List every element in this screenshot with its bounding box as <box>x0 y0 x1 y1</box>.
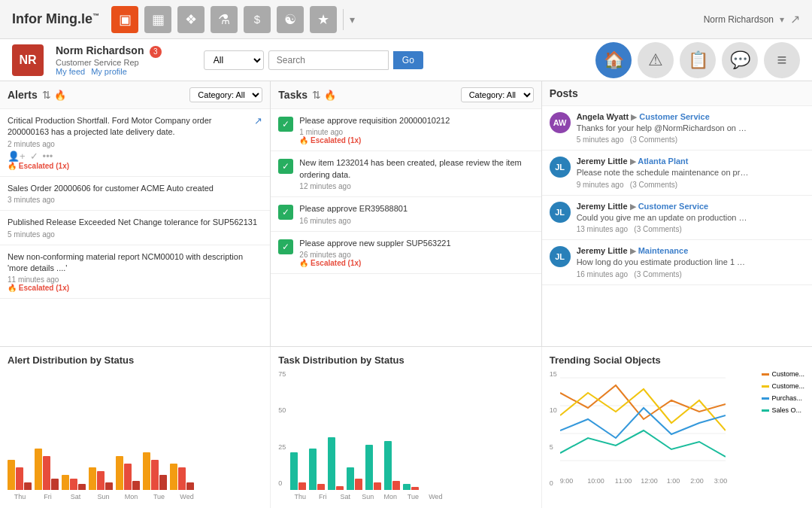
top-nav-username[interactable]: Norm Richardson <box>704 14 774 25</box>
post-text: Thanks for your help @NormRichardson on … <box>577 123 750 134</box>
task-check-icon: ✓ <box>278 239 293 254</box>
avatar: NR <box>12 44 44 76</box>
legend-label: Sales O... <box>771 406 801 414</box>
post-item[interactable]: JL Jeremy Little ▶ Customer Service Coul… <box>542 196 812 240</box>
bar-group <box>143 452 167 490</box>
legend-item: Custome... <box>762 382 804 390</box>
nav-icon-app1[interactable]: ▣ <box>111 6 138 33</box>
task-time: 1 minute ago <box>299 128 533 136</box>
y-axis: 75 50 25 0 <box>278 370 289 500</box>
check-icon[interactable]: ✓ <box>30 151 38 162</box>
top-nav-left: Infor Ming.le™ ▣ ▦ ❖ ⚗ $ ☯ ★ ▾ <box>12 6 355 33</box>
external-link-icon[interactable]: ↗ <box>254 115 262 126</box>
chart-label: Thu <box>290 493 310 500</box>
y-axis: 15 10 5 0 <box>550 370 560 500</box>
bar <box>35 449 42 490</box>
y-label: 5 <box>550 443 557 451</box>
tasks-category-select[interactable]: Category: All <box>461 87 534 102</box>
bar <box>309 449 317 490</box>
nav-icon-app7[interactable]: ★ <box>310 6 337 33</box>
task-item[interactable]: ✓ Please approve requisition 20000010212… <box>271 109 541 151</box>
sort-icon[interactable]: ⇅ <box>42 89 51 101</box>
user-name: Norm Richardson <box>56 44 144 56</box>
task-text: Please approve requisition 20000010212 <box>299 115 533 126</box>
search-input[interactable] <box>268 50 389 70</box>
task-text: Please approve ER39588801 <box>299 203 533 214</box>
sort-icon[interactable]: ⇅ <box>312 89 321 101</box>
bar <box>170 464 177 490</box>
filter-fire-icon[interactable]: 🔥 <box>324 90 336 101</box>
tasks-title: Tasks <box>278 89 308 101</box>
post-item[interactable]: JL Jeremy Little ▶ Atlanta Plant Please … <box>542 151 812 195</box>
task-item[interactable]: ✓ Please approve new suppler SUP563221 2… <box>271 232 541 274</box>
task-body: Please approve requisition 20000010212 1… <box>299 115 533 144</box>
more-icon[interactable]: ••• <box>43 151 53 162</box>
bar-group <box>290 452 306 490</box>
y-label: 25 <box>278 443 286 451</box>
share-icon[interactable]: ↗ <box>790 12 800 26</box>
post-meta: 16 minutes ago (3 Comments) <box>577 270 804 278</box>
post-item[interactable]: JL Jeremy Little ▶ Maintenance How long … <box>542 240 812 284</box>
task-bars-container: Thu Fri Sat Sun Mon Tue Wed <box>290 370 533 500</box>
task-item[interactable]: ✓ Please approve ER39588801 16 minutes a… <box>271 197 541 231</box>
bar-group <box>365 445 381 490</box>
bar-group <box>8 460 32 490</box>
alert-item[interactable]: Published Release Exceeded Net Change to… <box>0 211 270 245</box>
alert-item[interactable]: New non-conforming material report NCM00… <box>0 245 270 300</box>
top-nav-chevron-icon[interactable]: ▾ <box>780 14 784 25</box>
alert-escalated: 🔥 Escalated (1x) <box>8 284 262 292</box>
chart-label: Wed <box>174 493 199 500</box>
post-item[interactable]: AW Angela Wyatt ▶ Customer Service Thank… <box>542 106 812 151</box>
task-check-icon: ✓ <box>278 159 293 174</box>
alerts-category-select[interactable]: Category: All <box>189 87 262 102</box>
more-nav-icon[interactable]: ≡ <box>764 42 800 78</box>
task-check-icon: ✓ <box>278 205 293 220</box>
brand-sup: ™ <box>92 12 99 20</box>
chart-label: Sun <box>91 493 116 500</box>
bar <box>317 484 325 490</box>
post-body: Jeremy Little ▶ Customer Service Could y… <box>577 202 804 233</box>
post-header: Angela Wyatt ▶ Customer Service <box>577 112 804 122</box>
search-button[interactable]: Go <box>393 51 423 69</box>
user-role: Customer Service Rep <box>56 58 162 67</box>
chart-label: Sat <box>335 493 355 500</box>
alert-text: Published Release Exceeded Net Change to… <box>8 217 262 228</box>
alerts-header: Alerts ⇅ 🔥 Category: All <box>0 81 270 109</box>
alert-nav-icon[interactable]: ⚠ <box>638 42 674 78</box>
bar <box>43 456 50 490</box>
nav-icon-app4[interactable]: ⚗ <box>211 6 238 33</box>
nav-icon-app6[interactable]: ☯ <box>277 6 304 33</box>
nav-icon-app3[interactable]: ❖ <box>177 6 205 33</box>
charts-row: Alert Distribution by Status <box>0 346 812 508</box>
alert-item[interactable]: Critical Production Shortfall. Ford Moto… <box>0 109 270 177</box>
y-label: 50 <box>278 406 286 414</box>
main-area: Alerts ⇅ 🔥 Category: All Critical Produc… <box>0 81 812 508</box>
y-label: 0 <box>550 479 557 487</box>
alert-time: 3 minutes ago <box>8 196 262 204</box>
my-profile-link[interactable]: My profile <box>91 67 127 76</box>
task-item[interactable]: ✓ New item 1232014 has been created, ple… <box>271 151 541 197</box>
search-filter-select[interactable]: All <box>204 50 264 70</box>
assign-icon[interactable]: 👤+ <box>8 151 26 162</box>
nav-icons: ▣ ▦ ❖ ⚗ $ ☯ ★ ▾ <box>111 6 355 33</box>
post-text: Could you give me an update on productio… <box>577 212 750 224</box>
nav-icon-app2[interactable]: ▦ <box>144 6 171 33</box>
home-nav-icon[interactable]: 🏠 <box>595 42 632 78</box>
my-feed-link[interactable]: My feed <box>56 67 85 76</box>
task-distribution-chart: Task Distribution by Status 75 50 25 0 <box>271 347 541 508</box>
bar <box>132 481 140 490</box>
tasks-nav-icon[interactable]: 📋 <box>680 42 716 78</box>
messages-nav-icon[interactable]: 💬 <box>722 42 758 78</box>
legend-color <box>762 409 769 412</box>
bar <box>347 467 354 490</box>
bar <box>105 482 113 490</box>
bar <box>116 456 123 490</box>
alert-item[interactable]: Sales Order 20000606 for customer ACME A… <box>0 177 270 211</box>
post-text: Please note the schedule maintenance on … <box>577 167 750 178</box>
nav-icon-app5[interactable]: $ <box>244 6 271 33</box>
nav-chevron-icon[interactable]: ▾ <box>350 14 355 26</box>
bar <box>403 484 411 490</box>
alert-time: 2 minutes ago <box>8 140 262 148</box>
filter-fire-icon[interactable]: 🔥 <box>54 90 66 101</box>
task-time: 26 minutes ago <box>299 251 533 259</box>
